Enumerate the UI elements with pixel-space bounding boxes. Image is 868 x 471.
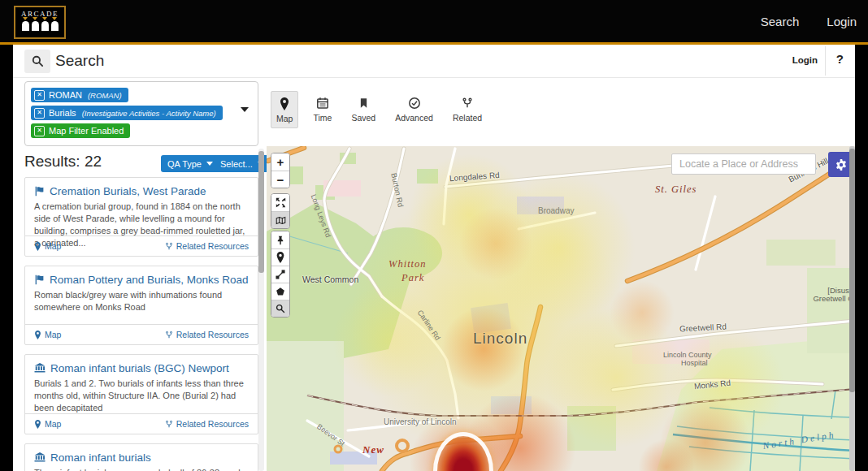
branch-icon bbox=[462, 97, 473, 110]
bank-icon bbox=[34, 363, 46, 374]
active-filters-box: ✕ ROMAN (ROMAN) ✕ Burials (Investigative… bbox=[24, 81, 258, 146]
related-resources-link[interactable]: Related Resources bbox=[165, 241, 249, 251]
branch-icon bbox=[165, 242, 173, 251]
chevron-down-icon bbox=[206, 162, 213, 166]
map-marker-icon bbox=[34, 420, 41, 429]
qa-type-dropdown[interactable]: QA Type bbox=[161, 155, 219, 172]
result-title-link[interactable]: Roman infant burials (BGC) Newport bbox=[34, 362, 249, 374]
map-link[interactable]: Map bbox=[34, 419, 61, 429]
flag-icon bbox=[34, 274, 45, 285]
filter-tag-roman[interactable]: ✕ ROMAN (ROMAN) bbox=[31, 88, 128, 102]
top-navbar: ARCADE Search Login bbox=[0, 0, 868, 45]
filter-tag-burials[interactable]: ✕ Burials (Investigative Activities - Ac… bbox=[31, 106, 223, 120]
tab-map[interactable]: Map bbox=[271, 91, 298, 128]
result-title-link[interactable]: Roman Pottery and Burials, Monks Road bbox=[34, 274, 249, 286]
related-resources-link[interactable]: Related Resources bbox=[165, 330, 249, 339]
basemap-button[interactable] bbox=[271, 211, 289, 228]
polygon-tool-button[interactable] bbox=[271, 283, 289, 300]
result-description: Burials 1 and 2. Two burials of infants … bbox=[34, 378, 249, 414]
results-scrollbar-thumb[interactable] bbox=[258, 151, 264, 273]
arcade-logo[interactable]: ARCADE bbox=[14, 6, 66, 39]
filter-tag-qualifier: (ROMAN) bbox=[88, 91, 122, 100]
result-card: Cremation Burials, West Parade A cremati… bbox=[24, 177, 258, 257]
search-icon[interactable] bbox=[24, 50, 50, 73]
view-tabs: Map Time Saved Advanced Related bbox=[271, 91, 487, 128]
result-description: Three infant burials were recorded, all … bbox=[34, 467, 249, 471]
result-card-footer: Map Related Resources bbox=[25, 413, 258, 434]
qa-type-label: QA Type bbox=[167, 159, 202, 169]
help-button[interactable]: ? bbox=[836, 52, 844, 66]
related-resources-link[interactable]: Related Resources bbox=[165, 419, 249, 429]
map-marker-icon bbox=[34, 331, 41, 339]
filter-dropdown-caret[interactable] bbox=[241, 107, 249, 112]
divider bbox=[825, 46, 826, 76]
results-count: Results: 22 bbox=[24, 153, 102, 170]
flag-icon bbox=[34, 186, 45, 197]
bookmark-icon bbox=[358, 97, 369, 110]
result-card: Roman infant burials (BGC) Newport Buria… bbox=[24, 354, 258, 434]
result-title-link[interactable]: Roman infant burials bbox=[34, 452, 249, 464]
logo-triangles-icon bbox=[23, 17, 57, 20]
result-title-link[interactable]: Cremation Burials, West Parade bbox=[34, 185, 249, 197]
search-input[interactable]: Search bbox=[55, 52, 104, 70]
filter-tag-label: Burials bbox=[49, 108, 76, 118]
map-search-tool-button[interactable] bbox=[271, 300, 289, 317]
calendar-icon bbox=[316, 97, 329, 110]
draw-tools bbox=[271, 231, 290, 318]
map-scrollbar-thumb[interactable] bbox=[849, 149, 855, 392]
result-card: Roman Pottery and Burials, Monks Road Ro… bbox=[24, 266, 258, 345]
logo-arches-icon bbox=[22, 21, 59, 31]
map-marker-icon bbox=[34, 242, 41, 251]
results-scrollbar[interactable] bbox=[258, 149, 264, 471]
result-description: Roman black/grey ware with inhumations f… bbox=[34, 289, 249, 313]
measure-tool-button[interactable] bbox=[271, 266, 289, 283]
map-scrollbar[interactable] bbox=[849, 146, 855, 471]
map-link[interactable]: Map bbox=[34, 241, 61, 251]
remove-filter-icon[interactable]: ✕ bbox=[34, 90, 45, 101]
default-extent-button[interactable] bbox=[271, 194, 289, 211]
nav-login-link[interactable]: Login bbox=[827, 15, 857, 28]
zoom-out-button[interactable]: − bbox=[271, 171, 289, 188]
nav-search-link[interactable]: Search bbox=[761, 15, 800, 28]
filter-tag-label: ROMAN bbox=[49, 90, 82, 100]
map-canvas[interactable]: Long Leys Rd Burton Rd Longdales Rd St. … bbox=[267, 146, 855, 471]
tab-related[interactable]: Related bbox=[448, 91, 487, 127]
bank-icon bbox=[34, 452, 46, 463]
app-window: ARCADE Search Login Search Login ? ✕ R bbox=[0, 0, 868, 471]
filter-tag-qualifier: (Investigative Activities - Activity Nam… bbox=[82, 109, 216, 118]
result-card: Roman infant burials Three infant burial… bbox=[24, 443, 258, 471]
result-card-footer: Map Related Resources bbox=[25, 324, 258, 344]
branch-icon bbox=[165, 331, 173, 339]
check-circle-icon bbox=[408, 97, 421, 110]
pushpin-tool-button[interactable] bbox=[271, 231, 289, 248]
zoom-controls: + − bbox=[271, 153, 290, 188]
map-link[interactable]: Map bbox=[34, 330, 61, 339]
gear-icon bbox=[835, 158, 848, 171]
branch-icon bbox=[165, 420, 173, 429]
basemap bbox=[267, 146, 855, 471]
filter-tag-map-filter[interactable]: ✕ Map Filter Enabled bbox=[31, 123, 130, 138]
login-button[interactable]: Login bbox=[792, 55, 818, 65]
result-card-footer: Map Related Resources bbox=[25, 236, 258, 256]
select-label: Select... bbox=[220, 159, 253, 169]
remove-filter-icon[interactable]: ✕ bbox=[34, 108, 45, 119]
content-area: Search Login ? ✕ ROMAN (ROMAN) ✕ Burials… bbox=[13, 45, 855, 471]
map-marker-icon bbox=[279, 97, 290, 110]
tab-saved[interactable]: Saved bbox=[346, 91, 380, 127]
tab-advanced[interactable]: Advanced bbox=[390, 91, 438, 127]
geocoder-input[interactable] bbox=[671, 153, 816, 175]
search-header: Search Login ? bbox=[13, 45, 855, 78]
filter-tag-label: Map Filter Enabled bbox=[49, 126, 124, 136]
remove-filter-icon[interactable]: ✕ bbox=[34, 126, 45, 136]
zoom-in-button[interactable]: + bbox=[271, 153, 289, 171]
locate-tool-button[interactable] bbox=[271, 248, 289, 266]
extent-basemap-controls bbox=[271, 193, 290, 229]
tab-time[interactable]: Time bbox=[308, 91, 336, 127]
